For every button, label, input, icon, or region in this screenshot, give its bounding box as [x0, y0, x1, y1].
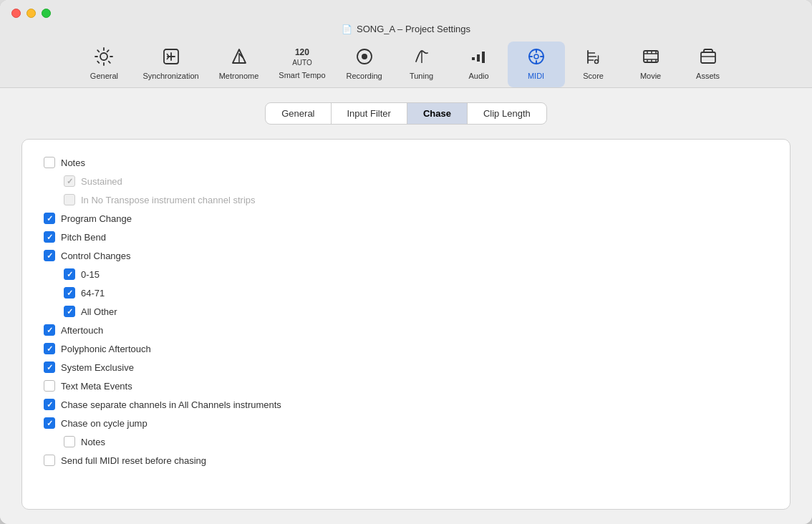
- checkbox-row-cc-all-other: All Other: [64, 306, 768, 317]
- toolbar-item-audio[interactable]: Audio: [450, 42, 508, 87]
- svg-point-9: [534, 54, 538, 59]
- checkbox-row-send-full-midi: Send full MIDI reset before chasing: [44, 455, 768, 466]
- label-cc-all-other: All Other: [81, 306, 117, 317]
- checkbox-polyphonic-aftertouch[interactable]: [44, 343, 55, 354]
- label-no-transpose: In No Transpose instrument channel strip…: [81, 195, 256, 205]
- label-sustained: Sustained: [81, 176, 122, 187]
- checkbox-cc-0-15[interactable]: [64, 268, 75, 280]
- movie-icon: [642, 47, 660, 69]
- checkbox-row-polyphonic-aftertouch: Polyphonic Aftertouch: [44, 343, 768, 354]
- audio-icon: [470, 47, 488, 69]
- title-bar: 📄 SONG_A – Project Settings General Sync…: [0, 0, 812, 88]
- checkbox-row-pitch-bend: Pitch Bend: [44, 231, 768, 243]
- label-pitch-bend: Pitch Bend: [61, 232, 106, 243]
- toolbar-item-midi[interactable]: MIDI: [508, 42, 565, 87]
- recording-icon: [355, 47, 374, 69]
- toolbar-item-score[interactable]: Score: [565, 42, 622, 87]
- checkbox-row-program-change: Program Change: [44, 213, 768, 224]
- svg-rect-25: [701, 52, 715, 63]
- checkbox-sustained: [64, 175, 75, 187]
- general-tab[interactable]: General: [266, 103, 331, 124]
- checkbox-row-control-changes: Control Changes: [44, 250, 768, 261]
- toolbar-item-movie[interactable]: Movie: [622, 42, 680, 87]
- score-icon: [584, 47, 603, 69]
- close-button[interactable]: [11, 9, 21, 18]
- movie-label: Movie: [640, 72, 661, 80]
- toolbar: General Synchronization Metronome 120AUT…: [75, 42, 736, 87]
- maximize-button[interactable]: [42, 9, 51, 18]
- checkbox-system-exclusive[interactable]: [44, 362, 55, 373]
- label-polyphonic-aftertouch: Polyphonic Aftertouch: [61, 344, 151, 354]
- audio-label: Audio: [468, 72, 488, 80]
- smart-tempo-icon: 120AUTO: [292, 47, 312, 68]
- checkbox-row-aftertouch: Aftertouch: [44, 324, 768, 336]
- label-notes-cycle: Notes: [81, 437, 105, 447]
- chase-tab[interactable]: Chase: [407, 103, 468, 124]
- label-text-meta-events: Text Meta Events: [61, 381, 132, 392]
- label-program-change: Program Change: [61, 213, 132, 224]
- content-area: GeneralInput FilterChaseClip Length Note…: [0, 88, 812, 524]
- checkbox-cc-all-other[interactable]: [64, 306, 75, 317]
- toolbar-item-assets[interactable]: Assets: [680, 42, 737, 87]
- midi-label: MIDI: [528, 72, 544, 80]
- tuning-label: Tuning: [410, 72, 433, 80]
- checkbox-row-cc-64-71: 64-71: [64, 287, 768, 299]
- checkbox-program-change[interactable]: [44, 213, 55, 224]
- checkbox-row-system-exclusive: System Exclusive: [44, 362, 768, 373]
- window-title: 📄 SONG_A – Project Settings: [342, 24, 470, 34]
- checkbox-control-changes[interactable]: [44, 250, 55, 261]
- toolbar-item-synchronization[interactable]: Synchronization: [132, 42, 208, 87]
- clip-length-tab[interactable]: Clip Length: [468, 103, 546, 124]
- general-label: General: [90, 72, 118, 80]
- tuning-icon: [412, 47, 431, 69]
- midi-icon: [527, 47, 546, 69]
- checkbox-aftertouch[interactable]: [44, 324, 55, 336]
- checkbox-row-no-transpose: In No Transpose instrument channel strip…: [64, 194, 768, 205]
- project-settings-window: 📄 SONG_A – Project Settings General Sync…: [0, 0, 812, 524]
- checkbox-notes-cycle[interactable]: [64, 436, 75, 447]
- label-cc-0-15: 0-15: [81, 269, 100, 280]
- input-filter-tab[interactable]: Input Filter: [332, 103, 407, 124]
- checkbox-row-text-meta-events: Text Meta Events: [44, 380, 768, 392]
- traffic-lights: [11, 9, 51, 18]
- label-control-changes: Control Changes: [61, 251, 131, 261]
- label-chase-on-cycle: Chase on cycle jump: [61, 418, 148, 429]
- checkbox-cc-64-71[interactable]: [64, 287, 75, 299]
- metronome-icon: [230, 47, 248, 69]
- checkbox-send-full-midi[interactable]: [44, 455, 55, 466]
- general-icon: [95, 47, 113, 69]
- checkbox-chase-on-cycle[interactable]: [44, 417, 55, 429]
- minimize-button[interactable]: [26, 9, 36, 18]
- tab-bar: GeneralInput FilterChaseClip Length: [21, 102, 791, 125]
- checkbox-no-transpose: [64, 194, 75, 205]
- label-cc-64-71: 64-71: [81, 288, 105, 299]
- chase-panel: Notes Sustained In No Transpose instrume…: [21, 139, 791, 510]
- tab-group: GeneralInput FilterChaseClip Length: [265, 102, 546, 125]
- label-chase-separate: Chase separate channels in All Channels …: [61, 399, 281, 410]
- toolbar-item-general[interactable]: General: [75, 42, 132, 87]
- svg-point-0: [100, 53, 107, 60]
- checkbox-row-cc-0-15: 0-15: [64, 268, 768, 280]
- checkbox-row-notes: Notes: [44, 157, 768, 168]
- window-title-text: SONG_A – Project Settings: [357, 24, 470, 34]
- checkbox-text-meta-events[interactable]: [44, 380, 55, 392]
- metronome-label: Metronome: [219, 72, 259, 80]
- label-send-full-midi: Send full MIDI reset before chasing: [61, 455, 206, 466]
- label-notes: Notes: [61, 157, 85, 168]
- recording-label: Recording: [346, 72, 382, 80]
- synchronization-label: Synchronization: [142, 72, 198, 80]
- synchronization-icon: [162, 47, 180, 69]
- checkbox-pitch-bend[interactable]: [44, 231, 55, 243]
- file-icon: 📄: [342, 24, 352, 34]
- checkbox-chase-separate[interactable]: [44, 399, 55, 410]
- checkbox-notes[interactable]: [44, 157, 55, 168]
- assets-icon: [699, 47, 717, 69]
- smart-tempo-label: Smart Tempo: [279, 71, 325, 79]
- toolbar-item-recording[interactable]: Recording: [336, 42, 393, 87]
- toolbar-item-smart-tempo[interactable]: 120AUTO Smart Tempo: [269, 42, 335, 87]
- toolbar-item-tuning[interactable]: Tuning: [393, 42, 450, 87]
- toolbar-item-metronome[interactable]: Metronome: [209, 42, 269, 87]
- assets-label: Assets: [696, 72, 720, 80]
- label-system-exclusive: System Exclusive: [61, 362, 134, 373]
- checkbox-row-chase-on-cycle: Chase on cycle jump: [44, 417, 768, 429]
